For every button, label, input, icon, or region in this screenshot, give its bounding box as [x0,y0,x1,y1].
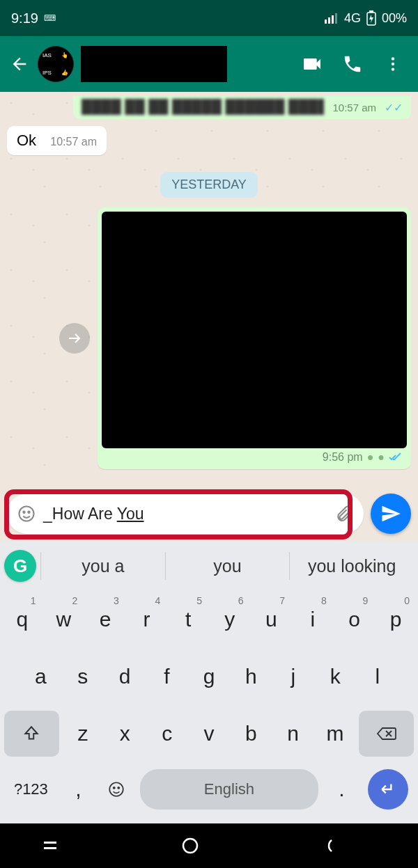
svg-rect-16 [44,847,56,849]
voice-call-button[interactable] [336,47,369,81]
read-ticks-icon [389,452,401,462]
battery-label: 00% [382,11,407,26]
enter-key[interactable] [368,769,408,810]
svg-point-9 [20,507,34,521]
key-q[interactable]: 1q [3,594,42,645]
message-text: ████ ██ ██ █████ ██████ ████ [82,99,324,115]
suggestion[interactable]: you looking [289,552,414,580]
emoji-key[interactable] [99,769,134,810]
clock: 9:19 [11,10,38,26]
message-time: 10:57 am [332,102,376,113]
network-label: 4G [344,11,361,26]
back-nav-button[interactable] [320,837,376,854]
message-time: 9:56 pm [323,451,363,464]
svg-rect-15 [44,842,56,844]
send-button[interactable] [371,494,411,534]
key-row-1: 1q 2w 3e 4r 5t 6y 7u 8i 9o 0p [0,591,418,648]
svg-point-14 [118,787,120,789]
status-bar: 9:19 ⌨ 4G 00% [0,0,418,36]
key-c[interactable]: c [148,708,187,759]
svg-point-13 [114,787,115,789]
key-row-2: a s d f g h j k l [0,648,418,705]
media-thumbnail[interactable] [102,212,407,448]
svg-rect-3 [335,13,337,24]
signal-icon [325,13,339,24]
incoming-message[interactable]: Ok 10:57 am [7,126,107,155]
key-m[interactable]: m [316,708,355,759]
sent-dot-icon: ● [367,451,374,464]
chat-area[interactable]: ████ ██ ██ █████ ██████ ████ 10:57 am ✓✓… [0,92,418,488]
outgoing-message-partial[interactable]: ████ ██ ██ █████ ██████ ████ 10:57 am ✓✓ [73,96,411,119]
forward-button[interactable] [59,323,90,354]
period-key[interactable]: . [324,769,359,810]
svg-rect-1 [328,17,330,24]
key-f[interactable]: f [147,651,186,702]
svg-rect-0 [325,19,327,24]
key-s[interactable]: s [63,651,102,702]
recents-button[interactable] [42,839,98,853]
key-row-4: ?123 , English . [0,762,418,823]
symbols-key[interactable]: ?123 [4,769,58,810]
contact-avatar[interactable]: IAS👆IPS👍 [38,46,74,82]
read-ticks-icon: ✓✓ [385,101,403,114]
key-u[interactable]: 7u [252,594,291,645]
key-a[interactable]: a [21,651,60,702]
svg-point-8 [392,68,394,70]
key-k[interactable]: k [316,651,355,702]
suggestion[interactable]: you a [40,552,165,580]
key-j[interactable]: j [274,651,313,702]
shift-key[interactable] [4,711,59,757]
attachment-button[interactable] [334,504,354,523]
key-y[interactable]: 6y [210,594,249,645]
outgoing-media-message[interactable]: 9:56 pm ● ● [98,207,411,469]
message-input-text: _How Are You [43,505,327,523]
key-e[interactable]: 3e [86,594,125,645]
contact-name[interactable] [81,46,227,82]
suggestion[interactable]: you [165,552,290,580]
key-b[interactable]: b [231,708,270,759]
message-time: 10:57 am [50,136,97,148]
key-o[interactable]: 9o [335,594,374,645]
date-separator: YESTERDAY [160,172,258,198]
key-r[interactable]: 4r [127,594,167,645]
svg-point-6 [392,57,394,60]
svg-rect-2 [332,15,334,24]
suggestion-row: G you a you you looking [0,541,418,591]
space-key[interactable]: English [140,769,318,810]
battery-icon [366,10,376,26]
key-d[interactable]: d [105,651,144,702]
key-i[interactable]: 8i [293,594,332,645]
key-x[interactable]: x [105,708,144,759]
key-g[interactable]: g [189,651,229,702]
message-input[interactable]: _How Are You [7,494,364,534]
svg-point-11 [28,512,29,513]
key-h[interactable]: h [231,651,270,702]
key-t[interactable]: 5t [169,594,208,645]
emoji-button[interactable] [17,504,36,523]
key-z[interactable]: z [63,708,102,759]
grammarly-button[interactable]: G [4,550,36,582]
keyboard-indicator-icon: ⌨ [44,13,55,23]
home-button[interactable] [181,837,237,855]
comma-key[interactable]: , [61,769,96,810]
key-w[interactable]: 2w [45,594,84,645]
message-input-row: _How Are You [0,488,418,541]
key-n[interactable]: n [274,708,313,759]
keyboard: G you a you you looking 1q 2w 3e 4r 5t 6… [0,541,418,823]
key-p[interactable]: 0p [376,594,415,645]
message-text: Ok [17,132,36,149]
svg-point-17 [183,839,197,853]
svg-point-7 [392,63,394,65]
key-v[interactable]: v [189,708,229,759]
android-nav-bar [0,823,418,868]
more-menu-button[interactable] [376,47,410,81]
key-row-3: z x c v b n m [0,705,418,762]
sent-dot-icon: ● [378,451,385,464]
svg-rect-5 [369,10,373,13]
svg-point-10 [23,512,24,513]
key-l[interactable]: l [358,651,397,702]
video-call-button[interactable] [295,47,329,81]
chat-app-bar: IAS👆IPS👍 [0,36,418,92]
backspace-key[interactable] [359,711,414,757]
back-button[interactable] [8,53,31,75]
